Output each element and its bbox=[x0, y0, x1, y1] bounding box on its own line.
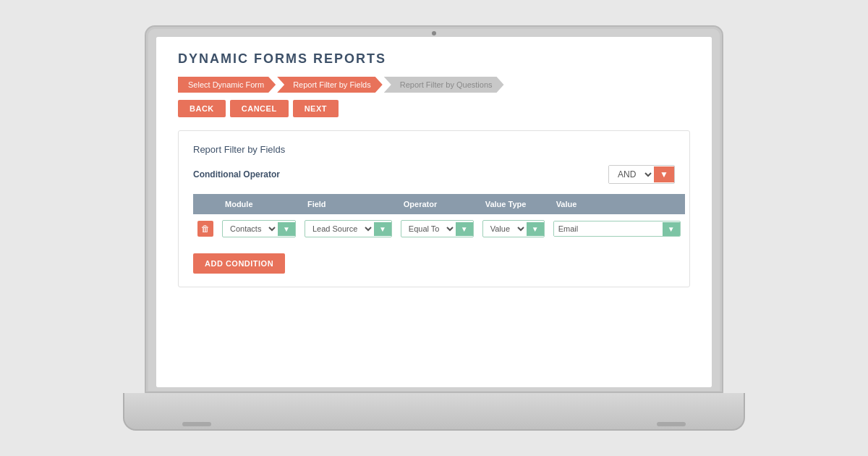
steps-row: Select Dynamic Form Report Filter by Fie… bbox=[178, 77, 690, 93]
value-input[interactable] bbox=[554, 221, 663, 236]
laptop-foot-right bbox=[657, 422, 686, 426]
value-type-dropdown-btn[interactable]: ▼ bbox=[527, 222, 544, 236]
module-dropdown-btn[interactable]: ▼ bbox=[278, 222, 295, 236]
screen-bezel: DYNAMIC FORMS REPORTS Select Dynamic For… bbox=[145, 25, 723, 394]
operator-dropdown-btn-row[interactable]: ▼ bbox=[456, 222, 473, 236]
filter-table: Module Field Operator Value Type Value bbox=[193, 194, 685, 243]
col-header-operator: Operator bbox=[396, 194, 478, 214]
cancel-button[interactable]: CANCEL bbox=[230, 100, 289, 117]
col-header-value: Value bbox=[549, 194, 685, 214]
next-button[interactable]: NEXT bbox=[293, 100, 339, 117]
table-body: 🗑 Contacts ▼ bbox=[193, 214, 685, 243]
panel-title: Report Filter by Fields bbox=[193, 144, 675, 155]
laptop-shell: DYNAMIC FORMS REPORTS Select Dynamic For… bbox=[123, 25, 745, 431]
field-select[interactable]: Lead Source bbox=[305, 221, 374, 237]
field-select-wrap: Lead Source ▼ bbox=[305, 220, 392, 237]
laptop-screen: DYNAMIC FORMS REPORTS Select Dynamic For… bbox=[156, 37, 712, 387]
action-buttons: BACK CANCEL NEXT bbox=[178, 100, 690, 117]
camera bbox=[432, 31, 436, 35]
table-row: 🗑 Contacts ▼ bbox=[193, 214, 685, 243]
row-operator-select-wrap: Equal To ▼ bbox=[401, 220, 474, 237]
back-button[interactable]: BACK bbox=[178, 100, 226, 117]
value-type-select[interactable]: Value bbox=[483, 221, 527, 237]
operator-select-wrap: AND OR ▼ bbox=[608, 165, 675, 184]
row-operator-select[interactable]: Equal To bbox=[401, 221, 456, 237]
operator-dropdown-btn[interactable]: ▼ bbox=[654, 166, 674, 182]
module-select[interactable]: Contacts bbox=[223, 221, 278, 237]
value-type-select-wrap: Value ▼ bbox=[482, 220, 545, 237]
module-cell: Contacts ▼ bbox=[218, 214, 300, 243]
value-wrap: ▼ bbox=[553, 221, 681, 237]
page-title: DYNAMIC FORMS REPORTS bbox=[178, 51, 690, 67]
step-2[interactable]: Report Filter by Fields bbox=[277, 77, 383, 93]
delete-cell: 🗑 bbox=[193, 214, 218, 243]
value-type-cell: Value ▼ bbox=[478, 214, 549, 243]
field-dropdown-btn[interactable]: ▼ bbox=[374, 222, 391, 236]
dropdown-arrow-icon: ▼ bbox=[660, 169, 668, 180]
add-condition-button[interactable]: ADD CONDITION bbox=[193, 253, 285, 274]
content-panel: Report Filter by Fields Conditional Oper… bbox=[178, 130, 690, 287]
value-dropdown-btn[interactable]: ▼ bbox=[663, 222, 680, 236]
col-header-field: Field bbox=[300, 194, 396, 214]
step-3-label: Report Filter by Questions bbox=[400, 80, 493, 89]
step-1-label: Select Dynamic Form bbox=[188, 80, 264, 89]
table-header: Module Field Operator Value Type Value bbox=[193, 194, 685, 214]
laptop-base bbox=[123, 393, 745, 431]
operator-label: Conditional Operator bbox=[193, 169, 280, 180]
value-cell: ▼ bbox=[549, 214, 685, 243]
table-header-row: Module Field Operator Value Type Value bbox=[193, 194, 685, 214]
delete-row-button[interactable]: 🗑 bbox=[197, 221, 213, 237]
step-2-label: Report Filter by Fields bbox=[293, 80, 371, 89]
col-header-module: Module bbox=[218, 194, 300, 214]
operator-select[interactable]: AND OR bbox=[609, 166, 654, 183]
step-3[interactable]: Report Filter by Questions bbox=[384, 77, 504, 93]
module-select-wrap: Contacts ▼ bbox=[222, 220, 296, 237]
trash-icon: 🗑 bbox=[201, 224, 210, 234]
operator-cell: Equal To ▼ bbox=[396, 214, 478, 243]
col-header-value-type: Value Type bbox=[478, 194, 549, 214]
operator-row: Conditional Operator AND OR ▼ bbox=[193, 165, 675, 184]
laptop-foot-left bbox=[182, 422, 211, 426]
field-cell: Lead Source ▼ bbox=[300, 214, 396, 243]
app-container: DYNAMIC FORMS REPORTS Select Dynamic For… bbox=[156, 37, 712, 387]
step-1[interactable]: Select Dynamic Form bbox=[178, 77, 276, 93]
col-header-delete bbox=[193, 194, 218, 214]
